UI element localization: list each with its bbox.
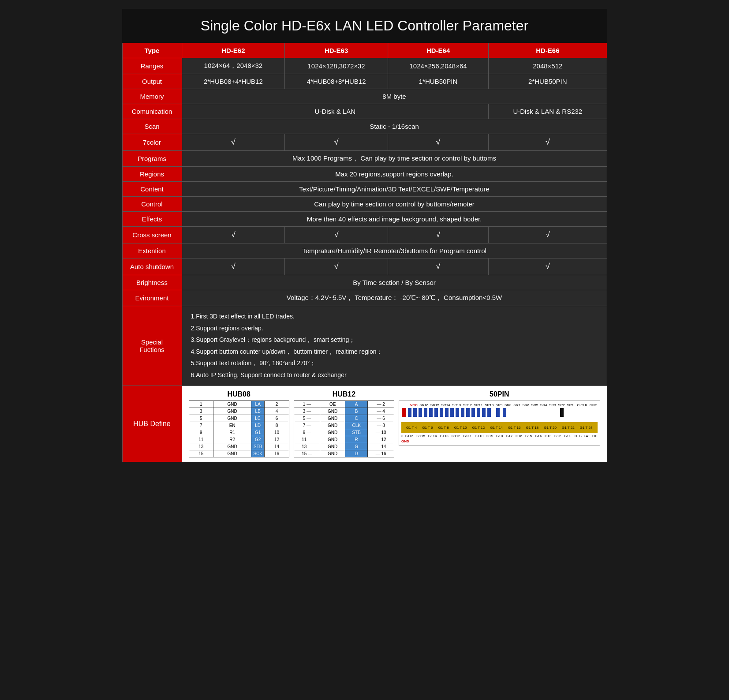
hub08-section: HUB08 1GNDLA2 3GNDLB4 5GNDLC6 7ENLD8 9R1… <box>189 390 289 457</box>
color7-c2: √ <box>285 134 388 151</box>
special-functions-label: Special Fuctions <box>122 306 182 386</box>
programs-value: Max 1000 Programs， Can play by time sect… <box>182 151 607 167</box>
pin50-section: 50PIN VCC SR16SR15SR14SR13SR12SR11SR10SR… <box>399 390 600 446</box>
content-row: Content Text/Picture/Timing/Animation/3D… <box>122 182 607 197</box>
cross-screen-label: Cross screen <box>122 227 182 243</box>
control-value: Can play by time section or control by b… <box>182 197 607 212</box>
cross-screen-row: Cross screen √ √ √ √ <box>122 227 607 243</box>
svg-rect-7 <box>440 408 443 417</box>
auto-shutdown-c4: √ <box>489 258 607 275</box>
col1-header: HD-E62 <box>182 43 285 58</box>
svg-rect-6 <box>434 408 438 417</box>
special-functions-row: Special Fuctions 1.First 3D text effect … <box>122 306 607 386</box>
ranges-c3: 1024×256,2048×64 <box>388 58 488 74</box>
regions-label: Regions <box>122 167 182 182</box>
header-row: Type HD-E62 HD-E63 HD-E64 HD-E66 <box>122 43 607 58</box>
type-header: Type <box>122 43 182 58</box>
special-item-2: 2.Support regions overlap. <box>191 325 263 332</box>
col2-header: HD-E63 <box>285 43 388 58</box>
effects-row: Effects More then 40 effects and image b… <box>122 212 607 227</box>
svg-rect-0 <box>402 408 406 417</box>
color7-c3: √ <box>388 134 488 151</box>
brightness-row: Brightness By Time section / By Sensor <box>122 275 607 290</box>
hub12-title: HUB12 <box>294 390 394 398</box>
svg-rect-10 <box>456 408 459 417</box>
spec-table: Type HD-E62 HD-E63 HD-E64 HD-E66 Ranges … <box>122 43 607 462</box>
svg-rect-18 <box>503 408 506 417</box>
special-item-3: 3.Support Graylevel；regions background， … <box>191 336 355 343</box>
regions-row: Regions Max 20 regions,support regions o… <box>122 167 607 182</box>
hub12-table: 1 —OEA— 2 3 —GNDB— 4 5 —GNDC— 6 7 —GNDCL… <box>294 401 394 457</box>
color7-c1: √ <box>182 134 285 151</box>
scan-row: Scan Static - 1/16scan <box>122 119 607 134</box>
effects-label: Effects <box>122 212 182 227</box>
auto-shutdown-c1: √ <box>182 258 285 275</box>
main-container: Single Color HD-E6x LAN LED Controller P… <box>122 9 607 462</box>
svg-rect-15 <box>482 408 486 417</box>
color7-row: 7color √ √ √ √ <box>122 134 607 151</box>
programs-label: Programs <box>122 151 182 167</box>
memory-row: Memory 8M byte <box>122 89 607 104</box>
color7-label: 7color <box>122 134 182 151</box>
hub-diagram-container: HUB08 1GNDLA2 3GNDLB4 5GNDLC6 7ENLD8 9R1… <box>187 390 602 457</box>
hub-define-diagram: HUB08 1GNDLA2 3GNDLB4 5GNDLC6 7ENLD8 9R1… <box>182 386 607 462</box>
special-item-6: 6.Auto IP Setting, Support connect to ro… <box>191 371 347 378</box>
pin50-gnd-label: GND <box>401 439 598 443</box>
color7-c4: √ <box>489 134 607 151</box>
auto-shutdown-label: Auto shutdown <box>122 258 182 275</box>
communication-label: Comunication <box>122 104 182 119</box>
scan-value: Static - 1/16scan <box>182 119 607 134</box>
pin50-title: 50PIN <box>399 390 600 398</box>
output-c1: 2*HUB08+4*HUB12 <box>182 74 285 89</box>
brightness-value: By Time section / By Sensor <box>182 275 607 290</box>
extention-row: Extention Temprature/Humidity/IR Remoter… <box>122 243 607 258</box>
special-item-1: 1.First 3D text effect in all LED trades… <box>191 313 295 320</box>
svg-rect-12 <box>466 408 470 417</box>
svg-rect-9 <box>450 408 454 417</box>
output-c3: 1*HUB50PIN <box>388 74 488 89</box>
page-title: Single Color HD-E6x LAN LED Controller P… <box>122 9 607 43</box>
hub-define-row: HUB Define HUB08 1GNDLA2 3GNDLB4 5GNDLC6… <box>122 386 607 462</box>
memory-label: Memory <box>122 89 182 104</box>
col3-header: HD-E64 <box>388 43 488 58</box>
svg-rect-1 <box>408 408 411 417</box>
svg-rect-2 <box>413 408 417 417</box>
content-label: Content <box>122 182 182 197</box>
hub08-title: HUB08 <box>189 390 289 398</box>
cross-screen-c2: √ <box>285 227 388 243</box>
special-functions-value: 1.First 3D text effect in all LED trades… <box>182 306 607 386</box>
auto-shutdown-c3: √ <box>388 258 488 275</box>
cross-screen-c4: √ <box>489 227 607 243</box>
control-label: Control <box>122 197 182 212</box>
svg-rect-13 <box>471 408 475 417</box>
extention-value: Temprature/Humidity/IR Remoter/3buttoms … <box>182 243 607 258</box>
memory-value: 8M byte <box>182 89 607 104</box>
effects-value: More then 40 effects and image backgroun… <box>182 212 607 227</box>
communication-row: Comunication U-Disk & LAN U-Disk & LAN &… <box>122 104 607 119</box>
svg-rect-14 <box>477 408 480 417</box>
pin50-top-row <box>401 408 598 421</box>
special-item-5: 5.Support text rotation， 90°, 180°and 27… <box>191 359 316 367</box>
svg-rect-11 <box>461 408 464 417</box>
svg-rect-16 <box>487 408 491 417</box>
svg-rect-5 <box>429 408 433 417</box>
svg-rect-8 <box>445 408 449 417</box>
pin50-yellow-bar: G1 T 4G1 T 6G1 T 8G1 T 10G1 T 12G1 T 14G… <box>401 422 598 433</box>
cross-screen-c3: √ <box>388 227 488 243</box>
programs-row: Programs Max 1000 Programs， Can play by … <box>122 151 607 167</box>
environment-row: Evironment Voltage：4.2V~5.5V， Temperatur… <box>122 290 607 306</box>
svg-rect-4 <box>424 408 427 417</box>
pin50-top-svg <box>401 408 569 421</box>
ranges-c4: 2048×512 <box>489 58 607 74</box>
pin50-bottom-labels: 3 G116G115G114G113G112G111G110G19G18G17G… <box>401 434 598 438</box>
auto-shutdown-c2: √ <box>285 258 388 275</box>
output-c2: 4*HUB08+8*HUB12 <box>285 74 388 89</box>
ranges-row: Ranges 1024×64，2048×32 1024×128,3072×32 … <box>122 58 607 74</box>
content-value: Text/Picture/Timing/Animation/3D Text/EX… <box>182 182 607 197</box>
svg-rect-17 <box>496 408 500 417</box>
communication-c4: U-Disk & LAN & RS232 <box>489 104 607 119</box>
extention-label: Extention <box>122 243 182 258</box>
col4-header: HD-E66 <box>489 43 607 58</box>
environment-value: Voltage：4.2V~5.5V， Temperature： -20℃~ 80… <box>182 290 607 306</box>
output-row: Output 2*HUB08+4*HUB12 4*HUB08+8*HUB12 1… <box>122 74 607 89</box>
